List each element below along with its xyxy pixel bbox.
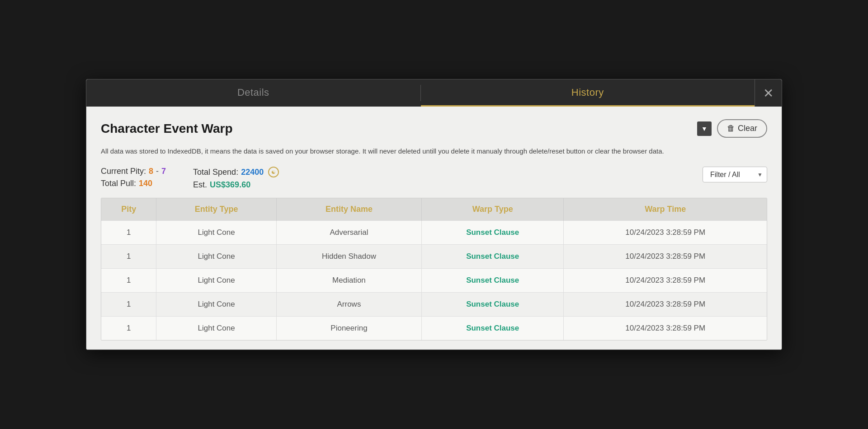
current-pity-purple: 7	[161, 167, 166, 176]
total-spend-label: Total Spend:	[193, 168, 238, 177]
modal-scroll[interactable]: Character Event Warp ▼ 🗑 Clear All data …	[86, 107, 782, 350]
cell-warp-time: 10/24/2023 3:28:59 PM	[564, 269, 767, 293]
cell-entity-type: Light Cone	[156, 221, 277, 245]
stats-center: Total Spend: 22400 ☯ Est. US$369.60	[166, 167, 703, 190]
filter-container: Filter / All Filter / 5-Star Filter / 4-…	[703, 167, 767, 182]
cell-entity-name: Pioneering	[276, 317, 421, 340]
table-row: 1Light ConePioneeringSunset Clause10/24/…	[101, 317, 767, 340]
cell-pity: 1	[101, 245, 156, 269]
cell-warp-type: Sunset Clause	[421, 221, 563, 245]
page-title: Character Event Warp	[101, 121, 233, 136]
filter-select[interactable]: Filter / All Filter / 5-Star Filter / 4-…	[703, 167, 767, 182]
cell-pity: 1	[101, 293, 156, 317]
table-row: 1Light ConeMediationSunset Clause10/24/2…	[101, 269, 767, 293]
cell-entity-name: Adversarial	[276, 221, 421, 245]
cell-warp-type: Sunset Clause	[421, 269, 563, 293]
cell-entity-type: Light Cone	[156, 269, 277, 293]
cell-warp-time: 10/24/2023 3:28:59 PM	[564, 221, 767, 245]
cell-pity: 1	[101, 221, 156, 245]
cell-pity: 1	[101, 317, 156, 340]
est-value: US$369.60	[210, 180, 250, 190]
cell-warp-type: Sunset Clause	[421, 293, 563, 317]
content-header: Character Event Warp ▼ 🗑 Clear	[101, 119, 767, 138]
cell-entity-type: Light Cone	[156, 317, 277, 340]
current-pity-label: Current Pity:	[101, 167, 146, 176]
cell-entity-type: Light Cone	[156, 293, 277, 317]
table-row: 1Light ConeAdversarialSunset Clause10/24…	[101, 221, 767, 245]
info-text: All data was stored to IndexedDB, it mea…	[101, 146, 767, 157]
modal-container: Details History ✕ Character Event Warp ▼…	[86, 79, 782, 350]
cell-warp-time: 10/24/2023 3:28:59 PM	[564, 245, 767, 269]
current-pity-orange: 8	[149, 167, 153, 176]
cell-entity-name: Hidden Shadow	[276, 245, 421, 269]
est-label: Est.	[193, 180, 207, 190]
coin-icon: ☯	[268, 167, 279, 177]
tab-history[interactable]: History	[421, 79, 755, 107]
dropdown-button[interactable]: ▼	[697, 121, 712, 136]
total-spend-value: 22400	[241, 168, 264, 177]
history-table: Pity Entity Type Entity Name Warp Type W…	[101, 198, 767, 340]
col-warp-time: Warp Time	[564, 198, 767, 221]
clear-label: Clear	[738, 124, 757, 133]
table-body: 1Light ConeAdversarialSunset Clause10/24…	[101, 221, 767, 340]
col-entity-type: Entity Type	[156, 198, 277, 221]
cell-pity: 1	[101, 269, 156, 293]
stats-left: Current Pity: 8 - 7 Total Pull: 140	[101, 167, 166, 188]
filter-wrap: Filter / All Filter / 5-Star Filter / 4-…	[703, 167, 767, 182]
cell-warp-time: 10/24/2023 3:28:59 PM	[564, 317, 767, 340]
tab-details[interactable]: Details	[86, 79, 420, 107]
est-line: Est. US$369.60	[193, 180, 703, 190]
table-header: Pity Entity Type Entity Name Warp Type W…	[101, 198, 767, 221]
table-row: 1Light ConeArrowsSunset Clause10/24/2023…	[101, 293, 767, 317]
table-row: 1Light ConeHidden ShadowSunset Clause10/…	[101, 245, 767, 269]
close-button[interactable]: ✕	[755, 79, 782, 107]
total-pull-label: Total Pull:	[101, 179, 136, 188]
trash-icon: 🗑	[727, 124, 735, 133]
col-warp-type: Warp Type	[421, 198, 563, 221]
table-header-row: Pity Entity Type Entity Name Warp Type W…	[101, 198, 767, 221]
tab-bar: Details History ✕	[86, 79, 782, 107]
history-table-container: Pity Entity Type Entity Name Warp Type W…	[101, 198, 767, 340]
stats-row: Current Pity: 8 - 7 Total Pull: 140 Tota…	[101, 167, 767, 190]
cell-entity-name: Mediation	[276, 269, 421, 293]
pity-separator: -	[156, 167, 159, 176]
cell-entity-name: Arrows	[276, 293, 421, 317]
cell-warp-type: Sunset Clause	[421, 245, 563, 269]
header-right: ▼ 🗑 Clear	[697, 119, 767, 138]
total-pull-value: 140	[139, 179, 152, 188]
clear-button[interactable]: 🗑 Clear	[717, 119, 767, 138]
cell-warp-time: 10/24/2023 3:28:59 PM	[564, 293, 767, 317]
cell-entity-type: Light Cone	[156, 245, 277, 269]
current-pity-line: Current Pity: 8 - 7	[101, 167, 166, 176]
col-entity-name: Entity Name	[276, 198, 421, 221]
total-spend-line: Total Spend: 22400 ☯	[193, 167, 703, 177]
content-area: Character Event Warp ▼ 🗑 Clear All data …	[86, 107, 782, 350]
col-pity: Pity	[101, 198, 156, 221]
total-pull-line: Total Pull: 140	[101, 179, 166, 188]
cell-warp-type: Sunset Clause	[421, 317, 563, 340]
